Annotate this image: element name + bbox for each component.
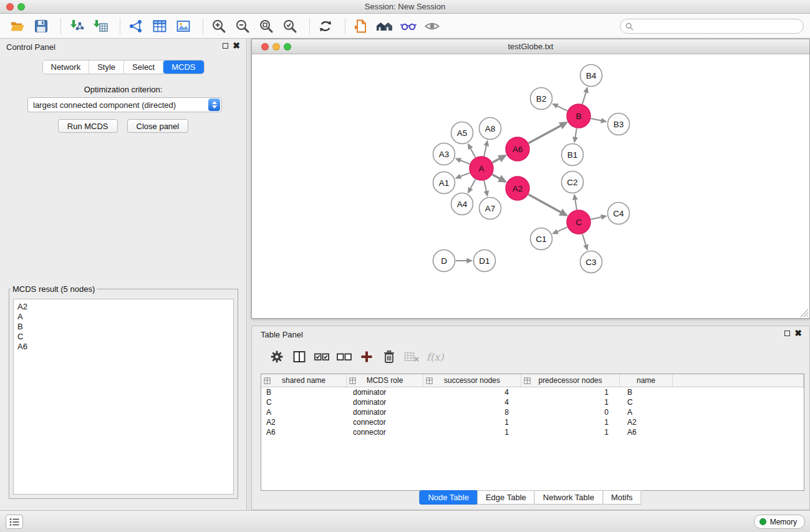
column-header-shared-name[interactable]: shared name xyxy=(261,374,347,387)
network-edge-A-A5[interactable] xyxy=(468,145,475,158)
resize-grip-icon[interactable] xyxy=(800,309,809,317)
save-session-icon[interactable] xyxy=(31,16,51,36)
table-row[interactable]: Cdominator41C xyxy=(261,397,804,407)
task-history-button[interactable] xyxy=(6,515,23,529)
network-edge-A-A2[interactable] xyxy=(493,175,505,181)
network-node-B[interactable]: B xyxy=(567,104,591,128)
memory-button[interactable]: Memory xyxy=(754,515,805,529)
search-field[interactable] xyxy=(620,19,804,34)
import-network-from-file-icon[interactable] xyxy=(67,16,87,36)
delete-column-trash-icon[interactable] xyxy=(378,347,400,367)
table-row[interactable]: Bdominator41B xyxy=(261,387,804,397)
network-node-A4[interactable]: A4 xyxy=(451,193,473,215)
network-edge-A2-C[interactable] xyxy=(529,195,566,215)
network-edge-A-A6[interactable] xyxy=(493,156,505,163)
zoom-window-button[interactable] xyxy=(17,3,25,11)
new-table-icon[interactable] xyxy=(150,16,170,36)
zoom-out-icon[interactable] xyxy=(233,16,253,36)
network-minimize-button[interactable] xyxy=(272,43,280,51)
network-edge-A-A8[interactable] xyxy=(484,142,487,156)
create-column-icon[interactable] xyxy=(355,347,378,367)
zoom-fit-icon[interactable] xyxy=(256,16,276,36)
network-node-A1[interactable]: A1 xyxy=(433,172,455,194)
run-mcds-button[interactable]: Run MCDS xyxy=(58,119,118,133)
mcds-result-list[interactable]: A2ABCA6 xyxy=(13,299,234,495)
table-row[interactable]: A2connector11A2 xyxy=(261,417,804,427)
close-panel-button[interactable]: Close panel xyxy=(127,119,189,133)
network-node-A7[interactable]: A7 xyxy=(480,198,501,220)
network-edge-B-B4[interactable] xyxy=(582,89,587,104)
select-all-rows-icon[interactable] xyxy=(311,347,333,367)
network-node-A2[interactable]: A2 xyxy=(506,177,529,200)
network-node-C[interactable]: C xyxy=(567,210,591,234)
export-image-icon[interactable] xyxy=(173,16,193,36)
network-edge-A6-B[interactable] xyxy=(529,123,566,143)
network-node-A3[interactable]: A3 xyxy=(433,143,455,165)
network-node-C2[interactable]: C2 xyxy=(562,172,584,193)
tab-network-table[interactable]: Network Table xyxy=(534,490,603,505)
tab-select[interactable]: Select xyxy=(124,60,163,74)
tab-mcds[interactable]: MCDS xyxy=(163,60,203,74)
float-table-panel-icon[interactable] xyxy=(784,331,790,336)
network-close-button[interactable] xyxy=(261,43,269,51)
network-node-A8[interactable]: A8 xyxy=(480,118,501,140)
network-node-D[interactable]: D xyxy=(433,250,455,272)
network-node-A5[interactable]: A5 xyxy=(451,122,473,144)
float-panel-icon[interactable] xyxy=(223,43,228,49)
close-table-panel-icon[interactable]: ✖ xyxy=(794,330,802,336)
mcds-result-item[interactable]: A2 xyxy=(17,302,229,312)
export-document-icon[interactable] xyxy=(351,16,371,36)
column-header-mcds-role[interactable]: MCDS role xyxy=(347,374,423,387)
show-columns-icon[interactable] xyxy=(288,347,311,367)
column-header-successor-nodes[interactable]: successor nodes xyxy=(423,374,521,387)
network-node-B1[interactable]: B1 xyxy=(562,144,584,166)
network-edge-C-C3[interactable] xyxy=(582,234,587,249)
tab-motifs[interactable]: Motifs xyxy=(602,490,642,505)
open-session-icon[interactable] xyxy=(7,16,27,36)
function-builder-icon[interactable]: f(x) xyxy=(427,351,443,363)
network-zoom-button[interactable] xyxy=(284,43,291,51)
mcds-result-item[interactable]: A xyxy=(17,312,229,322)
table-settings-gear-icon[interactable] xyxy=(266,347,288,367)
table-row[interactable]: A6connector11A6 xyxy=(261,427,804,437)
mcds-result-item[interactable]: A6 xyxy=(17,342,229,352)
network-edge-A-A3[interactable] xyxy=(456,159,470,164)
delete-table-icon[interactable] xyxy=(400,347,423,367)
birdseye-view-icon[interactable] xyxy=(422,16,442,36)
network-node-B3[interactable]: B3 xyxy=(608,114,630,135)
table-row[interactable]: Adominator80A xyxy=(261,407,804,417)
network-edge-B-B3[interactable] xyxy=(591,118,605,122)
network-node-B2[interactable]: B2 xyxy=(531,88,552,110)
criterion-dropdown[interactable]: largest connected component (directed) xyxy=(27,97,222,112)
zoom-selected-icon[interactable] xyxy=(280,16,300,36)
network-edge-C-C1[interactable] xyxy=(554,227,567,233)
network-edge-A-A4[interactable] xyxy=(468,180,475,193)
network-node-C4[interactable]: C4 xyxy=(608,203,630,225)
network-node-C3[interactable]: C3 xyxy=(581,251,602,273)
search-input[interactable] xyxy=(637,22,798,31)
refresh-layout-icon[interactable] xyxy=(316,16,335,36)
tab-style[interactable]: Style xyxy=(89,60,124,74)
tab-network[interactable]: Network xyxy=(42,60,89,74)
network-edge-B-B1[interactable] xyxy=(574,128,576,142)
zoom-in-icon[interactable] xyxy=(209,16,229,36)
tab-edge-table[interactable]: Edge Table xyxy=(477,490,535,505)
home-layout-icon[interactable] xyxy=(375,16,395,36)
network-node-D1[interactable]: D1 xyxy=(474,250,496,272)
network-node-C1[interactable]: C1 xyxy=(531,228,552,250)
tab-node-table[interactable]: Node Table xyxy=(419,490,478,505)
column-header-name[interactable]: name xyxy=(620,374,673,387)
network-edge-B-B2[interactable] xyxy=(553,104,567,110)
network-edge-C-C4[interactable] xyxy=(591,216,605,220)
network-edge-A-A7[interactable] xyxy=(484,181,487,195)
import-table-from-file-icon[interactable] xyxy=(90,16,110,36)
network-edge-A-A1[interactable] xyxy=(456,173,470,178)
column-header-predecessor-nodes[interactable]: predecessor nodes xyxy=(521,374,620,387)
new-network-icon[interactable] xyxy=(126,16,146,36)
toggle-details-icon[interactable] xyxy=(398,16,418,36)
network-node-A[interactable]: A xyxy=(470,157,493,180)
network-edge-C-C2[interactable] xyxy=(574,195,577,210)
mcds-result-item[interactable]: B xyxy=(17,322,229,332)
network-canvas[interactable]: B4B2BB3A5A8A6B1A3AC2A1A2A4A7C4CC1C3DD1 xyxy=(252,54,809,318)
network-node-B4[interactable]: B4 xyxy=(581,65,602,87)
